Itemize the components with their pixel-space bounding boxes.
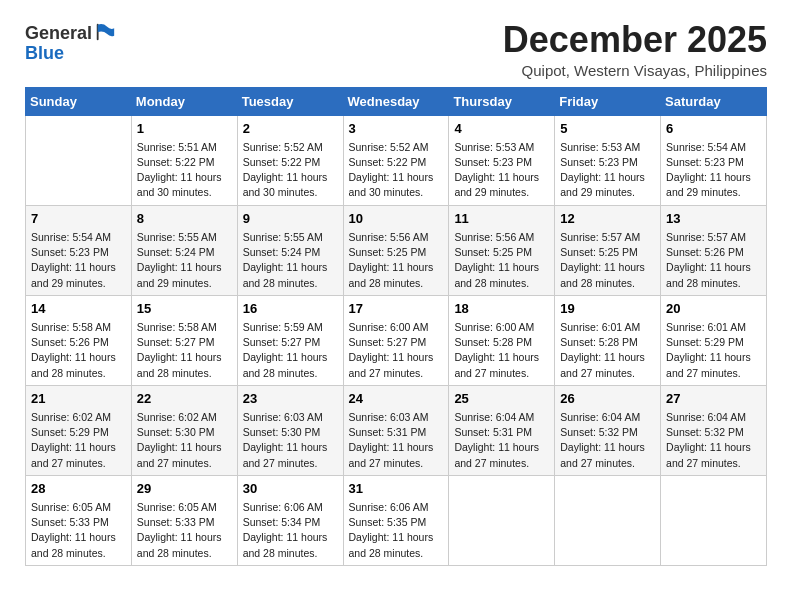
day-number: 3 (349, 120, 444, 138)
day-info: Sunrise: 5:52 AMSunset: 5:22 PMDaylight:… (243, 140, 338, 201)
day-number: 18 (454, 300, 549, 318)
calendar-cell: 25Sunrise: 6:04 AMSunset: 5:31 PMDayligh… (449, 385, 555, 475)
calendar-cell: 29Sunrise: 6:05 AMSunset: 5:33 PMDayligh… (131, 475, 237, 565)
day-number: 27 (666, 390, 761, 408)
calendar-header: SundayMondayTuesdayWednesdayThursdayFrid… (26, 87, 767, 115)
day-number: 19 (560, 300, 655, 318)
calendar-cell: 28Sunrise: 6:05 AMSunset: 5:33 PMDayligh… (26, 475, 132, 565)
header-cell-thursday: Thursday (449, 87, 555, 115)
day-info: Sunrise: 6:04 AMSunset: 5:32 PMDaylight:… (560, 410, 655, 471)
day-number: 31 (349, 480, 444, 498)
day-info: Sunrise: 6:04 AMSunset: 5:32 PMDaylight:… (666, 410, 761, 471)
header-row: SundayMondayTuesdayWednesdayThursdayFrid… (26, 87, 767, 115)
day-info: Sunrise: 5:57 AMSunset: 5:25 PMDaylight:… (560, 230, 655, 291)
calendar-cell: 27Sunrise: 6:04 AMSunset: 5:32 PMDayligh… (661, 385, 767, 475)
day-info: Sunrise: 6:03 AMSunset: 5:30 PMDaylight:… (243, 410, 338, 471)
day-info: Sunrise: 5:55 AMSunset: 5:24 PMDaylight:… (137, 230, 232, 291)
day-number: 20 (666, 300, 761, 318)
calendar-cell (26, 115, 132, 205)
day-number: 10 (349, 210, 444, 228)
day-number: 16 (243, 300, 338, 318)
calendar-cell: 23Sunrise: 6:03 AMSunset: 5:30 PMDayligh… (237, 385, 343, 475)
calendar-cell: 16Sunrise: 5:59 AMSunset: 5:27 PMDayligh… (237, 295, 343, 385)
calendar-cell: 10Sunrise: 5:56 AMSunset: 5:25 PMDayligh… (343, 205, 449, 295)
day-info: Sunrise: 5:56 AMSunset: 5:25 PMDaylight:… (349, 230, 444, 291)
calendar-cell: 2Sunrise: 5:52 AMSunset: 5:22 PMDaylight… (237, 115, 343, 205)
calendar-cell: 17Sunrise: 6:00 AMSunset: 5:27 PMDayligh… (343, 295, 449, 385)
calendar-cell: 26Sunrise: 6:04 AMSunset: 5:32 PMDayligh… (555, 385, 661, 475)
header-cell-friday: Friday (555, 87, 661, 115)
calendar-cell: 4Sunrise: 5:53 AMSunset: 5:23 PMDaylight… (449, 115, 555, 205)
calendar-cell: 22Sunrise: 6:02 AMSunset: 5:30 PMDayligh… (131, 385, 237, 475)
day-number: 6 (666, 120, 761, 138)
day-info: Sunrise: 5:56 AMSunset: 5:25 PMDaylight:… (454, 230, 549, 291)
day-number: 12 (560, 210, 655, 228)
calendar-cell: 20Sunrise: 6:01 AMSunset: 5:29 PMDayligh… (661, 295, 767, 385)
day-number: 13 (666, 210, 761, 228)
day-info: Sunrise: 5:53 AMSunset: 5:23 PMDaylight:… (454, 140, 549, 201)
logo-text: General Blue (25, 24, 116, 64)
day-info: Sunrise: 5:54 AMSunset: 5:23 PMDaylight:… (31, 230, 126, 291)
day-number: 28 (31, 480, 126, 498)
calendar-week-2: 7Sunrise: 5:54 AMSunset: 5:23 PMDaylight… (26, 205, 767, 295)
calendar-cell (555, 475, 661, 565)
day-number: 8 (137, 210, 232, 228)
calendar-cell: 18Sunrise: 6:00 AMSunset: 5:28 PMDayligh… (449, 295, 555, 385)
calendar-week-3: 14Sunrise: 5:58 AMSunset: 5:26 PMDayligh… (26, 295, 767, 385)
logo-general: General (25, 24, 92, 44)
calendar-cell: 8Sunrise: 5:55 AMSunset: 5:24 PMDaylight… (131, 205, 237, 295)
day-info: Sunrise: 5:57 AMSunset: 5:26 PMDaylight:… (666, 230, 761, 291)
day-info: Sunrise: 5:51 AMSunset: 5:22 PMDaylight:… (137, 140, 232, 201)
day-info: Sunrise: 6:04 AMSunset: 5:31 PMDaylight:… (454, 410, 549, 471)
calendar-cell: 12Sunrise: 5:57 AMSunset: 5:25 PMDayligh… (555, 205, 661, 295)
header-cell-monday: Monday (131, 87, 237, 115)
day-info: Sunrise: 5:58 AMSunset: 5:26 PMDaylight:… (31, 320, 126, 381)
header-cell-tuesday: Tuesday (237, 87, 343, 115)
subtitle: Quipot, Western Visayas, Philippines (503, 62, 767, 79)
calendar-cell: 6Sunrise: 5:54 AMSunset: 5:23 PMDaylight… (661, 115, 767, 205)
day-info: Sunrise: 6:01 AMSunset: 5:28 PMDaylight:… (560, 320, 655, 381)
calendar-cell: 24Sunrise: 6:03 AMSunset: 5:31 PMDayligh… (343, 385, 449, 475)
calendar-cell: 3Sunrise: 5:52 AMSunset: 5:22 PMDaylight… (343, 115, 449, 205)
day-number: 25 (454, 390, 549, 408)
day-number: 5 (560, 120, 655, 138)
day-info: Sunrise: 5:58 AMSunset: 5:27 PMDaylight:… (137, 320, 232, 381)
day-info: Sunrise: 5:53 AMSunset: 5:23 PMDaylight:… (560, 140, 655, 201)
day-number: 29 (137, 480, 232, 498)
logo-flag-icon (94, 21, 116, 43)
day-number: 15 (137, 300, 232, 318)
calendar-cell (661, 475, 767, 565)
calendar-cell: 14Sunrise: 5:58 AMSunset: 5:26 PMDayligh… (26, 295, 132, 385)
day-number: 7 (31, 210, 126, 228)
calendar-cell: 30Sunrise: 6:06 AMSunset: 5:34 PMDayligh… (237, 475, 343, 565)
day-number: 11 (454, 210, 549, 228)
calendar-cell: 11Sunrise: 5:56 AMSunset: 5:25 PMDayligh… (449, 205, 555, 295)
day-number: 1 (137, 120, 232, 138)
day-number: 4 (454, 120, 549, 138)
calendar-cell: 7Sunrise: 5:54 AMSunset: 5:23 PMDaylight… (26, 205, 132, 295)
day-number: 17 (349, 300, 444, 318)
day-info: Sunrise: 6:01 AMSunset: 5:29 PMDaylight:… (666, 320, 761, 381)
day-info: Sunrise: 6:02 AMSunset: 5:30 PMDaylight:… (137, 410, 232, 471)
day-info: Sunrise: 6:00 AMSunset: 5:28 PMDaylight:… (454, 320, 549, 381)
calendar-cell: 5Sunrise: 5:53 AMSunset: 5:23 PMDaylight… (555, 115, 661, 205)
day-number: 21 (31, 390, 126, 408)
calendar-cell: 31Sunrise: 6:06 AMSunset: 5:35 PMDayligh… (343, 475, 449, 565)
day-info: Sunrise: 6:06 AMSunset: 5:34 PMDaylight:… (243, 500, 338, 561)
calendar-cell: 13Sunrise: 5:57 AMSunset: 5:26 PMDayligh… (661, 205, 767, 295)
calendar-cell: 9Sunrise: 5:55 AMSunset: 5:24 PMDaylight… (237, 205, 343, 295)
day-info: Sunrise: 6:06 AMSunset: 5:35 PMDaylight:… (349, 500, 444, 561)
day-number: 9 (243, 210, 338, 228)
header-cell-saturday: Saturday (661, 87, 767, 115)
day-number: 30 (243, 480, 338, 498)
main-title: December 2025 (503, 20, 767, 60)
header-cell-wednesday: Wednesday (343, 87, 449, 115)
day-number: 14 (31, 300, 126, 318)
day-number: 24 (349, 390, 444, 408)
day-info: Sunrise: 6:05 AMSunset: 5:33 PMDaylight:… (31, 500, 126, 561)
calendar-cell: 15Sunrise: 5:58 AMSunset: 5:27 PMDayligh… (131, 295, 237, 385)
calendar-week-5: 28Sunrise: 6:05 AMSunset: 5:33 PMDayligh… (26, 475, 767, 565)
day-number: 2 (243, 120, 338, 138)
day-number: 26 (560, 390, 655, 408)
day-info: Sunrise: 6:00 AMSunset: 5:27 PMDaylight:… (349, 320, 444, 381)
